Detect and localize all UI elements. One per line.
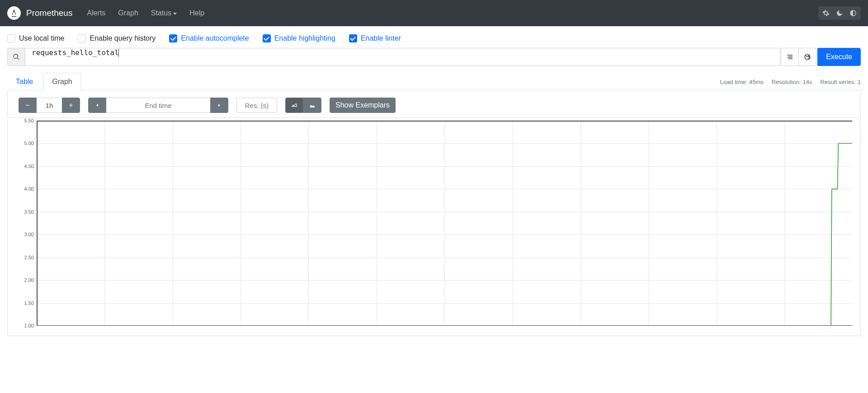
query-meta: Load time: 45ms Resolution: 14s Result s… (720, 79, 861, 90)
endtime-next-button[interactable] (210, 98, 228, 113)
nav-graph[interactable]: Graph (113, 5, 143, 21)
opt-query-history[interactable]: Enable query history (78, 34, 156, 42)
navbar: Prometheus Alerts Graph Status Help (0, 0, 868, 26)
range-input[interactable] (37, 98, 62, 113)
tab-row: Table Graph Load time: 45ms Resolution: … (7, 72, 861, 90)
tabs: Table Graph (7, 72, 81, 90)
tab-graph[interactable]: Graph (43, 73, 80, 90)
chart[interactable]: 5.505.004.504.003.503.002.502.001.501.00 (11, 120, 857, 332)
contrast-icon[interactable] (846, 7, 860, 19)
opt-autocomplete[interactable]: Enable autocomplete (169, 34, 249, 42)
endtime-prev-button[interactable] (88, 98, 106, 113)
resolution-input[interactable] (236, 98, 277, 113)
line-chart-icon[interactable] (285, 98, 303, 113)
meta-result-series: Result series: 1 (820, 79, 861, 85)
opt-label: Enable autocomplete (181, 34, 249, 42)
endtime-group (88, 98, 228, 113)
query-options: Use local time Enable query history Enab… (0, 26, 868, 48)
meta-load-time: Load time: 45ms (720, 79, 764, 85)
range-decrease-button[interactable] (19, 98, 37, 113)
series-requests_hello_total (11, 120, 857, 332)
checkbox[interactable] (349, 34, 357, 42)
brand-name: Prometheus (26, 8, 72, 18)
exemplar-group: Show Exemplars (330, 98, 396, 113)
graph-controls: Show Exemplars (7, 90, 861, 118)
stacked-chart-icon[interactable] (303, 98, 321, 113)
nav-links: Alerts Graph Status Help (81, 5, 210, 21)
search-icon[interactable] (7, 48, 25, 66)
show-exemplars-button[interactable]: Show Exemplars (330, 98, 396, 113)
opt-use-local-time[interactable]: Use local time (7, 34, 64, 42)
charttype-group (285, 98, 321, 113)
globe-icon[interactable] (798, 48, 816, 66)
opt-label: Enable highlighting (274, 34, 335, 42)
format-icon[interactable] (781, 48, 799, 66)
endtime-input[interactable] (106, 98, 210, 113)
nav-help[interactable]: Help (184, 5, 210, 21)
opt-label: Enable linter (361, 34, 401, 42)
checkbox[interactable] (78, 34, 86, 42)
opt-highlighting[interactable]: Enable highlighting (263, 34, 335, 42)
execute-button[interactable]: Execute (817, 48, 861, 66)
gear-icon[interactable] (819, 7, 833, 19)
nav-status[interactable]: Status (146, 5, 182, 21)
tab-table[interactable]: Table (7, 73, 42, 90)
moon-icon[interactable] (833, 7, 846, 19)
range-increase-button[interactable] (62, 98, 80, 113)
query-bar: requests_hello_total Execute (7, 48, 861, 66)
meta-resolution: Resolution: 14s (772, 79, 812, 85)
chevron-down-icon (173, 13, 177, 15)
nav-alerts[interactable]: Alerts (81, 5, 111, 21)
checkbox[interactable] (263, 34, 271, 42)
checkbox[interactable] (169, 34, 177, 42)
opt-linter[interactable]: Enable linter (349, 34, 401, 42)
expression-text: requests_hello_total (32, 48, 119, 57)
res-group (236, 98, 277, 113)
opt-label: Use local time (19, 34, 64, 42)
brand[interactable]: Prometheus (7, 6, 72, 20)
theme-switcher (818, 6, 861, 20)
checkbox[interactable] (7, 34, 15, 42)
expression-input[interactable]: requests_hello_total (25, 48, 780, 66)
range-group (19, 98, 80, 113)
opt-label: Enable query history (90, 34, 156, 42)
chart-container: 5.505.004.504.003.503.002.502.001.501.00 (7, 120, 861, 336)
nav-status-label: Status (151, 9, 171, 17)
flame-icon (7, 6, 21, 20)
